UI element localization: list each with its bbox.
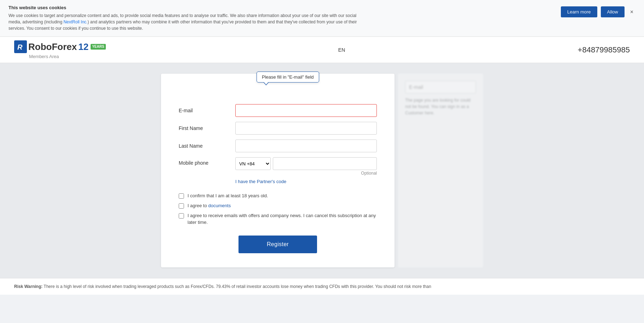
cookie-body: We use cookies to target and personalize… [8,12,362,32]
right-panel-email [405,81,476,94]
docs-pre-text: I agree to [188,203,208,208]
docs-checkbox-label: I agree to documents [188,203,231,209]
partner-code-section: I have the Partner's code [235,178,377,184]
checkboxes-section: I confirm that I am at least 18 years ol… [179,193,377,226]
header: R RoboForex 12 YEARS Members Area EN +84… [0,37,644,63]
phone-inputs: VN +84 Optional [235,157,377,176]
cookie-title: This website uses cookies [8,5,554,10]
phone-number: +84879985985 [578,45,630,55]
firstname-label: First Name [179,125,235,131]
firstname-input[interactable] [235,122,377,135]
language-selector[interactable]: EN [338,47,345,53]
email-tooltip: Please fill in "E-mail" field [257,72,319,83]
emails-checkbox[interactable] [179,213,184,219]
lastname-input[interactable] [235,140,377,152]
logo-name: RoboForex [28,41,77,52]
email-input[interactable] [235,104,377,117]
close-cookie-button[interactable]: × [628,7,636,17]
checkbox-docs-row: I agree to documents [179,203,377,209]
email-row: E-mail [179,104,377,117]
logo-icon: R [14,40,27,53]
age-checkbox-label: I confirm that I am at least 18 years ol… [188,193,268,199]
age-checkbox[interactable] [179,193,184,199]
svg-text:R: R [17,43,23,51]
learn-more-button[interactable]: Learn more [561,6,597,17]
main-content: Please fill in "E-mail" field E-mail Fir… [0,63,644,278]
nextroll-link[interactable]: NextRoll Inc. [63,19,87,24]
phone-inputs-row: VN +84 [235,157,377,170]
firstname-row: First Name [179,122,377,135]
right-panel-text: The page you are looking for could not b… [405,97,476,116]
cookie-actions: Learn more Allow × [561,6,636,17]
cookie-banner: This website uses cookies We use cookies… [0,0,644,37]
phone-number-input[interactable] [273,157,377,170]
emails-checkbox-label: I agree to receive emails with offers an… [188,212,377,225]
risk-warning-text: There is a high level of risk involved w… [42,284,431,289]
optional-label: Optional [235,171,377,176]
risk-warning: Risk Warning: There is a high level of r… [0,278,644,295]
register-button[interactable]: Register [238,236,317,253]
lastname-label: Last Name [179,143,235,149]
email-label: E-mail [179,108,235,113]
docs-checkbox[interactable] [179,203,184,209]
registration-form-card: Please fill in "E-mail" field E-mail Fir… [161,74,395,267]
right-panel: The page you are looking for could not b… [398,74,483,267]
documents-link[interactable]: documents [208,203,231,208]
logo-block: R RoboForex 12 YEARS Members Area [14,40,106,59]
risk-warning-label: Risk Warning: [14,284,42,289]
checkbox-age-row: I confirm that I am at least 18 years ol… [179,193,377,199]
partner-code-link[interactable]: I have the Partner's code [235,179,286,184]
members-area-label: Members Area [29,54,106,59]
logo-number: 12 [78,41,88,52]
phone-row: Mobile phone VN +84 Optional [179,157,377,176]
phone-country-select[interactable]: VN +84 [235,157,271,170]
lastname-row: Last Name [179,140,377,152]
checkbox-emails-row: I agree to receive emails with offers an… [179,212,377,225]
register-btn-wrapper: Register [179,236,377,253]
phone-label: Mobile phone [179,157,235,166]
main-panels: Please fill in "E-mail" field E-mail Fir… [161,74,483,267]
logo-row: R RoboForex 12 YEARS [14,40,106,53]
logo-badge: YEARS [91,44,105,50]
cookie-text-block: This website uses cookies We use cookies… [8,5,554,32]
allow-button[interactable]: Allow [601,6,625,17]
